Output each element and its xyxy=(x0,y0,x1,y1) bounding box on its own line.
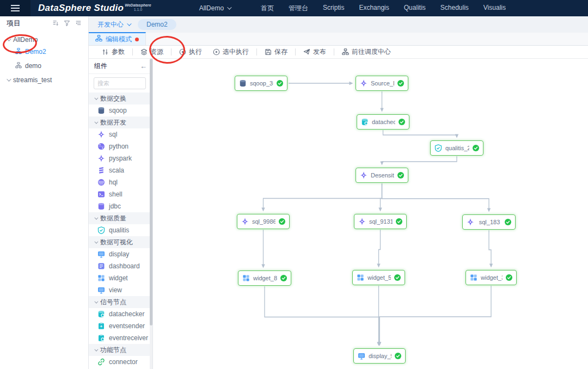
node-sql_183[interactable]: sql_183 xyxy=(462,214,516,230)
component-item-sqoop[interactable]: sqoop xyxy=(89,104,152,116)
node-sqoop_3679[interactable]: sqoop_3679 xyxy=(235,76,287,91)
toolbar-divider xyxy=(334,48,334,56)
node-sql_9131[interactable]: sql_9131 xyxy=(354,214,407,229)
tree-item-demo[interactable]: demo xyxy=(0,60,88,72)
node-source_data[interactable]: Source_Data xyxy=(356,76,408,91)
nav-item-qualitis[interactable]: Qualitis xyxy=(404,4,426,13)
category-label: 数据质量 xyxy=(100,214,126,223)
qualitis-icon xyxy=(97,226,105,234)
component-item-display[interactable]: display xyxy=(89,248,152,260)
workflow-canvas[interactable]: sqoop_3679Source_Datadatachecker...quali… xyxy=(153,59,588,369)
main-area: 开发中心 Demo2 编辑模式 参数资源执行选中执行保存发布前往调度中心 组件 xyxy=(89,16,588,369)
tree-item-streamis_test[interactable]: streamis_test xyxy=(0,74,88,86)
chevron-down-icon xyxy=(94,239,98,243)
python-icon xyxy=(97,143,105,150)
component-scrollbar[interactable] xyxy=(150,59,152,369)
node-display_9653[interactable]: display_9653 xyxy=(353,348,406,364)
collapse-panel-icon[interactable]: ← xyxy=(140,62,147,70)
node-widget_3197[interactable]: widget_3197 xyxy=(465,270,517,285)
nav-item-scriptis[interactable]: Scriptis xyxy=(323,4,344,13)
nav-item-exchangis[interactable]: Exchangis xyxy=(359,4,389,13)
datachecker-icon xyxy=(97,310,105,318)
status-success-icon xyxy=(505,219,511,225)
view-icon xyxy=(97,286,105,294)
publish-button[interactable]: 发布 xyxy=(298,47,332,57)
jdbc-icon xyxy=(97,202,105,210)
component-category-header[interactable]: 数据质量 xyxy=(89,212,152,224)
workspace-select[interactable]: AllDemo xyxy=(199,4,230,12)
component-item-jdbc[interactable]: jdbc xyxy=(89,200,152,212)
tree-item-demo2[interactable]: Demo2 xyxy=(0,46,88,58)
nav-item-console[interactable]: 管理台 xyxy=(289,4,308,13)
category-label: 功能节点 xyxy=(100,346,126,355)
status-success-icon xyxy=(395,353,401,359)
workflow-icon xyxy=(95,35,102,44)
dashboard-icon xyxy=(97,262,105,270)
component-item-view[interactable]: view xyxy=(89,284,152,296)
tree-item-label: Demo2 xyxy=(25,48,46,56)
node-label: widget_5045 xyxy=(367,274,391,281)
tree-item-alldemo[interactable]: AllDemo xyxy=(0,34,88,46)
component-item-eventsender[interactable]: eventsender xyxy=(89,320,152,332)
dev-center-label: 开发中心 xyxy=(97,20,124,29)
component-item-eventreceiver[interactable]: eventreceiver xyxy=(89,332,152,344)
goto-scheduler-button[interactable]: 前往调度中心 xyxy=(336,47,396,57)
component-item-pyspark[interactable]: pyspark xyxy=(89,152,152,164)
widget-icon xyxy=(357,274,364,281)
tab-edit-mode[interactable]: 编辑模式 xyxy=(89,32,146,45)
component-item-hql[interactable]: hql xyxy=(89,176,152,188)
node-label: qualitis_2000 xyxy=(445,145,469,151)
edit-mode-label: 编辑模式 xyxy=(106,35,132,44)
node-widget_5045[interactable]: widget_5045 xyxy=(352,270,405,285)
node-sql_9986[interactable]: sql_9986 xyxy=(237,214,290,229)
component-item-label: eventsender xyxy=(109,322,145,330)
component-item-sql[interactable]: sql xyxy=(89,128,152,140)
dev-center-dropdown[interactable]: 开发中心 xyxy=(97,20,130,29)
run-selected-button[interactable]: 选中执行 xyxy=(207,47,254,57)
component-category-header[interactable]: 数据开发 xyxy=(89,116,152,128)
nav-item-visualis[interactable]: Visualis xyxy=(483,4,506,13)
tree-item-label: streamis_test xyxy=(13,76,52,84)
button-label: 前往调度中心 xyxy=(352,47,391,57)
hamburger-menu-icon[interactable] xyxy=(0,0,30,16)
node-label: sqoop_3679 xyxy=(250,80,273,87)
component-item-scala[interactable]: scala xyxy=(89,164,152,176)
toolbar-divider xyxy=(132,48,133,56)
workspace-select-label: AllDemo xyxy=(199,4,224,12)
node-qualitis_2000[interactable]: qualitis_2000 xyxy=(430,140,483,156)
run-button[interactable]: 执行 xyxy=(174,47,207,57)
params-button[interactable]: 参数 xyxy=(96,47,130,57)
component-category-header[interactable]: 数据交换 xyxy=(89,93,152,104)
hql-icon xyxy=(97,179,105,186)
component-item-dashboard[interactable]: dashboard xyxy=(89,260,152,272)
component-search-input[interactable] xyxy=(94,77,146,89)
collapse-list-icon[interactable] xyxy=(75,20,82,27)
filter-icon[interactable] xyxy=(64,20,70,27)
sort-icon[interactable] xyxy=(52,20,59,27)
node-datachecker_x[interactable]: datachecker... xyxy=(357,114,409,130)
component-category-header[interactable]: 功能节点 xyxy=(89,344,152,356)
component-item-qualitis[interactable]: qualitis xyxy=(89,224,152,236)
component-item-widget[interactable]: widget xyxy=(89,272,152,284)
node-widget_8097[interactable]: widget_8097 xyxy=(238,270,291,286)
component-item-datachecker[interactable]: datachecker xyxy=(89,308,152,320)
component-item-python[interactable]: python xyxy=(89,140,152,152)
button-label: 资源 xyxy=(150,47,163,57)
resources-button[interactable]: 资源 xyxy=(135,47,169,57)
node-desensitized_x[interactable]: Desensitized... xyxy=(356,168,408,183)
component-category-header[interactable]: 数据可视化 xyxy=(89,236,152,248)
component-category-header[interactable]: 信号节点 xyxy=(89,296,152,308)
nav-item-home[interactable]: 首页 xyxy=(261,4,274,13)
tab-demo2[interactable]: Demo2 xyxy=(138,19,176,30)
component-item-shell[interactable]: shell xyxy=(89,188,152,200)
button-label: 选中执行 xyxy=(223,47,249,57)
component-item-label: qualitis xyxy=(109,226,129,234)
nav-item-schedulis[interactable]: Schedulis xyxy=(440,4,469,13)
category-label: 数据开发 xyxy=(100,118,126,127)
chevron-down-icon xyxy=(94,120,98,124)
component-item-connector[interactable]: connector xyxy=(89,356,152,368)
save-button[interactable]: 保存 xyxy=(259,47,293,57)
mode-tab-bar: 编辑模式 xyxy=(89,33,588,46)
play-icon xyxy=(179,48,186,56)
category-label: 数据可视化 xyxy=(100,238,133,247)
